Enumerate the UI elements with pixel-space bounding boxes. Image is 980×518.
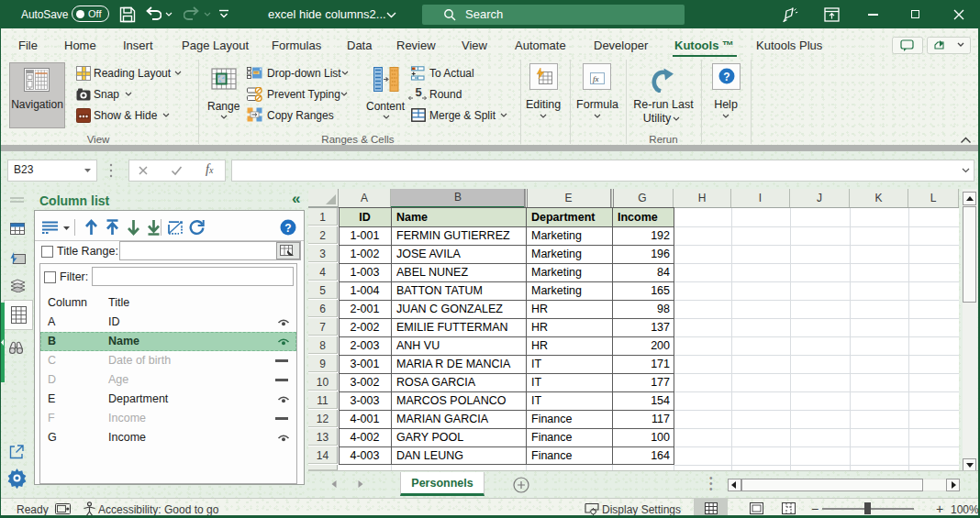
svg-text:fx: fx xyxy=(593,74,599,83)
svg-text:?: ? xyxy=(723,71,729,83)
svg-text:?: ? xyxy=(284,222,291,235)
